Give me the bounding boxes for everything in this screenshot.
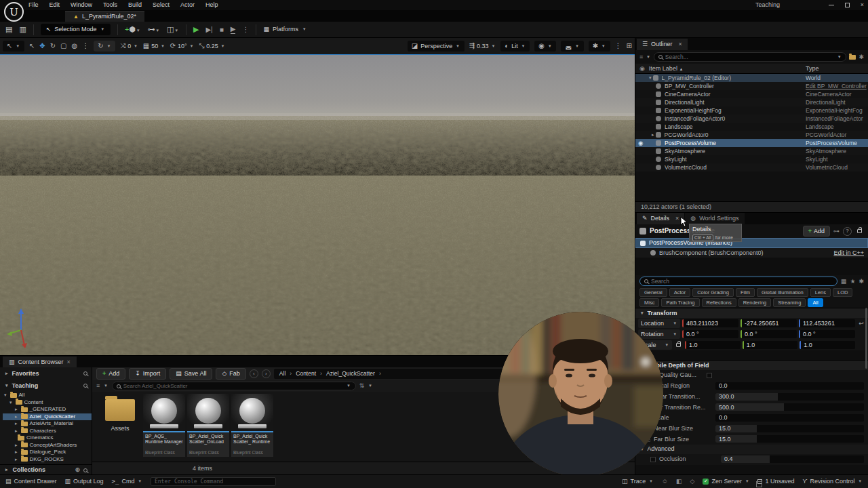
unsaved-button[interactable]: 1 Unsaved [757, 478, 794, 485]
outliner-row-postprocess[interactable]: ◉PostProcessVolumePostProcessVolume [635, 139, 868, 147]
lock-icon[interactable] [857, 229, 862, 233]
scale-y-field[interactable]: 1.0 [743, 341, 798, 349]
location-dropdown[interactable]: Location▾ [638, 319, 680, 329]
add-component-button[interactable]: +Add [803, 226, 830, 237]
tree-item-aziel-quickscatter[interactable]: ▸Aziel_QuickScatter [3, 413, 92, 421]
perspective-dropdown[interactable]: ◪Perspective▾ [408, 41, 465, 52]
rotate-tool-icon[interactable]: ↻ [50, 42, 56, 50]
grid-snap-dropdown[interactable]: ▦50▾ [143, 42, 165, 50]
rotation-z-field[interactable]: 0.0 ° [799, 330, 855, 338]
search-icon[interactable] [83, 468, 87, 472]
add-asset-button[interactable]: +Add [96, 368, 125, 380]
maximize-viewport-icon[interactable]: ⊞ [627, 42, 632, 50]
scale-tool-icon[interactable]: ▢ [60, 42, 66, 50]
add-actor-icon[interactable]: +⬢▾ [125, 25, 141, 34]
revision-control-dropdown[interactable]: ϒRevision Control▾ [803, 478, 863, 485]
scale-z-field[interactable]: 1.0 [800, 341, 855, 349]
outliner-row-skylight[interactable]: SkyLightSkyLight [635, 155, 868, 163]
edit-in-cpp-link[interactable]: Edit in C++ [833, 249, 864, 257]
eye-icon[interactable]: ◉ [638, 140, 643, 146]
viewport-kebab-icon[interactable]: ⋮ [615, 42, 622, 50]
select-tool-icon[interactable]: ↖ [29, 42, 35, 50]
tab-world-settings[interactable]: ◍ World Settings [685, 213, 744, 224]
platforms-dropdown[interactable]: ▦ Platforms ▾ [263, 26, 307, 33]
location-x-field[interactable]: 483.211023 [682, 319, 738, 327]
menu-file[interactable]: File [28, 1, 39, 9]
outliner-row-landscape[interactable]: LandscapeLandscape [635, 123, 868, 131]
details-scrollbar[interactable] [865, 308, 867, 369]
filter-icon[interactable]: ≡ [639, 54, 643, 61]
help-icon[interactable]: ? [843, 227, 852, 236]
occlusion-field[interactable]: 0.4 [721, 455, 864, 463]
optimization-dropdown[interactable]: ◛▾ [561, 41, 583, 52]
rotation-y-field[interactable]: 0.0 ° [741, 330, 797, 338]
output-log-button[interactable]: ▥Output Log [65, 478, 104, 485]
checkbox[interactable] [650, 457, 656, 462]
asset-search-field[interactable]: ▾ [112, 382, 356, 390]
chip-all[interactable]: All [808, 298, 823, 307]
menu-help[interactable]: Help [205, 1, 218, 9]
selection-mode-dropdown[interactable]: ↖ Selection Mode ▾ [41, 24, 111, 35]
save-all-button[interactable]: ▤Save All [170, 368, 212, 380]
breadcrumb-current[interactable]: Aziel_QuickScatter [326, 370, 375, 377]
outliner-settings-gear-icon[interactable]: ✱ [859, 54, 864, 61]
chip-actor[interactable]: Actor [669, 288, 691, 297]
viewport-mode-dropdown[interactable]: ↖▾ [3, 41, 24, 52]
play-options-kebab-icon[interactable]: ⋮ [242, 26, 249, 34]
outliner-row-level[interactable]: ▾L_PyramidRule_02 (Editor)World [635, 74, 868, 82]
asset-folder-tile[interactable]: Assets [99, 394, 141, 462]
menu-build[interactable]: Build [128, 1, 142, 9]
asset-card[interactable]: BP_Aziel_Quick Scatter_ Runtime Blueprin… [231, 394, 273, 457]
tree-item-content[interactable]: ▾Content [3, 399, 92, 407]
component-row-brush[interactable]: BrushComponent (BrushComponent0) Edit in… [635, 248, 868, 258]
location-z-field[interactable]: 112.453261 [799, 319, 855, 327]
skip-button[interactable]: ▶| [205, 26, 212, 34]
chip-reflections[interactable]: Reflections [702, 298, 736, 307]
outliner-row-foliage[interactable]: InstancedFoliageActor0InstancedFoliageAc… [635, 115, 868, 123]
fab-button[interactable]: ◇Fab [216, 368, 245, 380]
focal-region-field[interactable]: 0.0 [715, 382, 864, 390]
chip-rendering[interactable]: Rendering [738, 298, 772, 307]
screenshot-camera-icon[interactable]: ◧ [676, 478, 682, 485]
viewport-settings-dropdown[interactable]: ✱▾ [589, 41, 610, 52]
camera-speed-dropdown[interactable]: ⇶0.33▾ [469, 42, 496, 50]
outliner-search-field[interactable]: ▾ [654, 52, 847, 62]
transform-section-header[interactable]: ▾Transform [635, 308, 868, 318]
tree-item-characters[interactable]: ▸Characters [3, 428, 92, 435]
tree-item-generated[interactable]: ▸_GENERATED [3, 406, 92, 413]
outliner-row-bp-mw-controller[interactable]: BP_MW_ControllerEdit BP_MW_Controller [635, 82, 868, 90]
cinematics-icon[interactable]: ◫▾ [167, 25, 179, 34]
reset-to-default-icon[interactable]: ↩ [857, 320, 865, 327]
chip-lod[interactable]: LOD [833, 288, 852, 297]
collections-section[interactable]: ▸Collections⊕ [0, 464, 92, 475]
hourglass-icon[interactable]: ◇ [690, 478, 695, 485]
stop-button[interactable]: ■ [220, 26, 224, 34]
tree-item-conceptartshaders[interactable]: ▸ConceptArtShaders [3, 442, 92, 449]
rotation-snap-dropdown[interactable]: ⟳10°▾ [170, 42, 195, 50]
tree-item-cinematics[interactable]: Cinematics [3, 434, 92, 442]
breadcrumb-all[interactable]: All [279, 370, 285, 377]
trace-dropdown[interactable]: ◫Trace▾ [622, 478, 654, 485]
tree-item-azielarts-material[interactable]: ▸AzielArts_Material [3, 420, 92, 428]
asset-card[interactable]: BP_Aziel_Quick Scatter_OnLoad Blueprint … [187, 394, 229, 457]
checkbox[interactable] [707, 373, 712, 378]
world-local-toggle-icon[interactable]: ◍ [72, 42, 78, 50]
content-drawer-button[interactable]: ▤Content Drawer [5, 478, 57, 485]
tree-item-all[interactable]: ▾All [3, 392, 92, 399]
menu-edit[interactable]: Edit [50, 1, 60, 9]
outliner-row-directional-light[interactable]: DirectionalLightDirectionalLight [635, 98, 868, 106]
scale-lock-icon[interactable] [676, 343, 681, 347]
scale-x-field[interactable]: 1.0 [685, 341, 741, 349]
far-transition-field[interactable]: 500.0 [715, 403, 864, 411]
view-mode-dropdown[interactable]: ◐Lit▾ [500, 41, 530, 52]
zen-server-dropdown[interactable]: ✓Zen Server▾ [703, 478, 749, 485]
menu-tools[interactable]: Tools [103, 1, 117, 9]
location-snap-dropdown[interactable]: ⤨0▾ [120, 42, 138, 50]
outliner-row-cinecamera[interactable]: CineCameraActorCineCameraActor [635, 90, 868, 98]
search-icon[interactable] [83, 384, 87, 388]
component-row-instance[interactable]: PostProcessVolume (Instance) [635, 238, 868, 248]
outliner-search-input[interactable] [665, 54, 834, 60]
column-type[interactable]: Type [806, 65, 868, 73]
search-icon[interactable] [83, 371, 87, 375]
advanced-section-header[interactable]: ▾Advanced [635, 445, 868, 454]
